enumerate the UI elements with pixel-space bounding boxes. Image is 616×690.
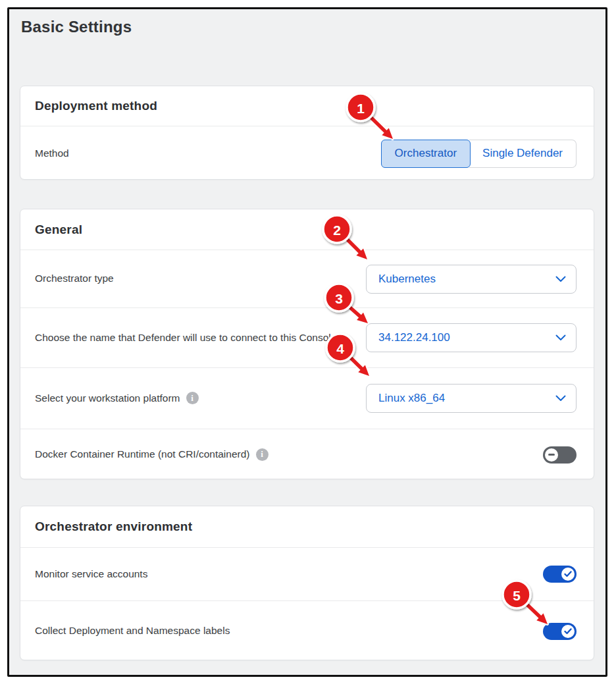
docker-runtime-row: Docker Container Runtime (not CRI/contai…	[20, 429, 594, 480]
orchestrator-type-label: Orchestrator type	[35, 271, 114, 286]
docker-runtime-label: Docker Container Runtime (not CRI/contai…	[35, 446, 269, 462]
toggle-knob	[545, 448, 558, 462]
info-icon[interactable]: i	[186, 392, 199, 404]
deployment-method-header: Deployment method	[20, 86, 594, 126]
collect-labels-row: Collect Deployment and Namespace labels	[20, 600, 594, 661]
deployment-method-card: Deployment method Method Orchestrator Si…	[20, 86, 594, 180]
collect-labels-toggle[interactable]	[543, 623, 577, 640]
workstation-platform-label: Select your workstation platform i	[35, 390, 199, 406]
console-name-dropdown[interactable]: 34.122.24.100	[366, 323, 577, 352]
toggle-off-dash-icon	[548, 454, 555, 456]
toggle-knob	[561, 625, 575, 638]
orchestrator-type-dropdown[interactable]: Kubernetes	[366, 265, 577, 294]
console-name-row: Choose the name that Defender will use t…	[20, 307, 594, 367]
page-title: Basic Settings	[21, 18, 132, 36]
general-card: General Orchestrator type Kubernetes Cho…	[20, 209, 594, 479]
orchestrator-type-row: Orchestrator type Kubernetes	[20, 250, 594, 307]
deployment-method-segmented-control: Orchestrator Single Defender	[381, 140, 577, 168]
general-header: General	[20, 209, 594, 250]
method-row: Method Orchestrator Single Defender	[20, 126, 594, 180]
monitor-service-accounts-row: Monitor service accounts	[20, 547, 594, 600]
toggle-on-check-icon	[564, 628, 572, 635]
orchestrator-option-button[interactable]: Orchestrator	[381, 140, 471, 168]
console-name-label: Choose the name that Defender will use t…	[35, 330, 336, 346]
monitor-service-accounts-toggle[interactable]	[543, 566, 577, 583]
workstation-platform-value: Linux x86_64	[378, 392, 445, 405]
monitor-service-accounts-label: Monitor service accounts	[35, 566, 147, 582]
info-icon[interactable]: i	[256, 448, 269, 461]
orchestrator-environment-card: Orchestrator environment Monitor service…	[20, 506, 594, 660]
single-defender-option-button[interactable]: Single Defender	[469, 140, 577, 168]
console-name-value: 34.122.24.100	[378, 331, 450, 344]
chevron-down-icon	[555, 276, 566, 282]
workstation-platform-row: Select your workstation platform i Linux…	[20, 367, 594, 429]
chevron-down-icon	[555, 395, 566, 402]
chevron-down-icon	[555, 334, 566, 341]
docker-runtime-toggle[interactable]	[543, 446, 577, 464]
toggle-knob	[561, 568, 575, 581]
toggle-on-check-icon	[564, 571, 572, 577]
workstation-platform-dropdown[interactable]: Linux x86_64	[366, 384, 577, 413]
method-label: Method	[35, 146, 69, 161]
collect-labels-label: Collect Deployment and Namespace labels	[35, 623, 230, 639]
orchestrator-environment-header: Orchestrator environment	[20, 506, 594, 547]
orchestrator-type-value: Kubernetes	[378, 273, 436, 286]
